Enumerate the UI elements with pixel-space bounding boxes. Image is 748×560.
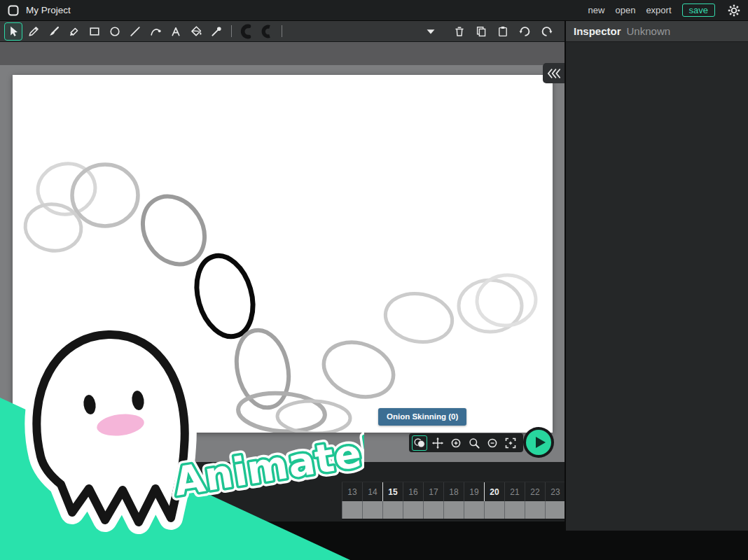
timeline-frame-22[interactable]: 22 bbox=[525, 482, 545, 501]
pan-icon bbox=[431, 437, 444, 449]
stroke-flat-cap-icon bbox=[258, 24, 275, 39]
rectangle-tool-button[interactable] bbox=[85, 22, 104, 41]
timeline-frame-19[interactable]: 19 bbox=[464, 482, 484, 501]
redo-icon bbox=[539, 24, 554, 38]
open-button[interactable]: open bbox=[615, 5, 635, 15]
project-title: My Project bbox=[26, 5, 71, 15]
canvas-drawing bbox=[13, 75, 553, 433]
drawn-ellipse bbox=[316, 333, 401, 406]
brush-tool-button[interactable] bbox=[45, 22, 63, 41]
app-logo-icon bbox=[7, 4, 20, 17]
copy-icon bbox=[474, 24, 488, 38]
onion-skinning-button[interactable] bbox=[412, 435, 427, 451]
ellipse-icon bbox=[108, 24, 122, 38]
chevrons-left-icon bbox=[546, 68, 562, 79]
select-tool-button[interactable] bbox=[4, 22, 22, 41]
text-tool-icon bbox=[169, 24, 183, 38]
app-window: My Project new open export save bbox=[0, 0, 748, 560]
timeline-frame-21[interactable]: 21 bbox=[504, 482, 525, 501]
timeline-frame-numbers: 1314151617181920212223 bbox=[342, 482, 565, 501]
brush-icon bbox=[47, 24, 61, 38]
text-tool-button[interactable] bbox=[167, 22, 185, 41]
timeline-cell-13[interactable] bbox=[342, 501, 362, 519]
export-button[interactable]: export bbox=[646, 5, 671, 15]
chevron-down-icon bbox=[424, 24, 438, 38]
timeline[interactable]: 1314151617181920212223 bbox=[0, 462, 565, 522]
timeline-cell-16[interactable] bbox=[403, 501, 423, 519]
undo-button[interactable] bbox=[516, 23, 533, 40]
ellipse-tool-button[interactable] bbox=[106, 22, 124, 41]
new-button[interactable]: new bbox=[588, 5, 605, 15]
inspector-panel: Inspector Unknown bbox=[566, 21, 748, 531]
timeline-frame-17[interactable]: 17 bbox=[423, 482, 443, 501]
zoom-in-button[interactable] bbox=[448, 435, 464, 451]
stroke-round-cap-icon bbox=[238, 24, 255, 39]
magnifier-icon bbox=[468, 437, 480, 449]
timeline-cell-15[interactable] bbox=[382, 501, 403, 519]
stroke-flat-cap-button[interactable] bbox=[258, 22, 276, 41]
topbar: My Project new open export save bbox=[0, 0, 748, 21]
marker-tool-button[interactable] bbox=[65, 22, 83, 41]
delete-button[interactable] bbox=[451, 23, 468, 40]
cursor-icon bbox=[6, 24, 20, 38]
timeline-frame-15[interactable]: 15 bbox=[382, 482, 403, 501]
paint-bucket-icon bbox=[189, 24, 203, 38]
magnifier-button[interactable] bbox=[466, 435, 482, 451]
curve-icon bbox=[148, 24, 162, 38]
play-icon bbox=[526, 430, 551, 455]
redo-button[interactable] bbox=[538, 23, 555, 40]
zoom-in-icon bbox=[450, 437, 462, 449]
timeline-cell-14[interactable] bbox=[362, 501, 382, 519]
trash-icon bbox=[452, 24, 466, 38]
timeline-frame-16[interactable]: 16 bbox=[403, 482, 423, 501]
inspector-selection: Unknown bbox=[627, 25, 671, 37]
dropdown-button[interactable] bbox=[422, 23, 439, 40]
canvas-workspace: Onion Skinning (0) bbox=[0, 42, 565, 462]
fit-screen-button[interactable] bbox=[503, 435, 518, 451]
pencil-tool-button[interactable] bbox=[25, 22, 43, 41]
onion-skinning-icon bbox=[413, 437, 426, 449]
onion-skinning-tooltip: Onion Skinning (0) bbox=[378, 408, 466, 426]
toolbar bbox=[0, 21, 565, 42]
eyedropper-icon bbox=[209, 24, 223, 38]
timeline-cell-20[interactable] bbox=[484, 501, 504, 519]
zoom-out-icon bbox=[486, 437, 499, 449]
timeline-frame-14[interactable]: 14 bbox=[362, 482, 382, 501]
rectangle-icon bbox=[88, 24, 102, 38]
stroke-round-cap-button[interactable] bbox=[237, 22, 256, 41]
drawn-ellipse bbox=[188, 249, 262, 343]
paste-icon bbox=[496, 24, 510, 38]
line-tool-button[interactable] bbox=[126, 22, 144, 41]
timeline-frame-20[interactable]: 20 bbox=[484, 482, 504, 501]
drawing-canvas[interactable] bbox=[13, 75, 553, 433]
inspector-title: Inspector bbox=[574, 25, 621, 37]
pencil-icon bbox=[27, 24, 41, 38]
timeline-frame-23[interactable]: 23 bbox=[545, 482, 565, 501]
timeline-frame-cells bbox=[342, 501, 565, 519]
timeline-cell-19[interactable] bbox=[464, 501, 484, 519]
timeline-cell-17[interactable] bbox=[423, 501, 443, 519]
pan-button[interactable] bbox=[430, 435, 445, 451]
timeline-cell-22[interactable] bbox=[525, 501, 545, 519]
settings-gear-icon[interactable] bbox=[727, 4, 741, 18]
view-controls bbox=[409, 433, 523, 452]
play-button[interactable] bbox=[523, 427, 554, 458]
fill-tool-button[interactable] bbox=[187, 22, 205, 41]
drawn-ellipse bbox=[230, 326, 296, 413]
marker-icon bbox=[67, 24, 81, 38]
undo-icon bbox=[518, 24, 532, 38]
timeline-cell-23[interactable] bbox=[545, 501, 565, 519]
drawn-ellipse bbox=[72, 164, 138, 226]
timeline-cell-21[interactable] bbox=[504, 501, 525, 519]
collapse-panel-button[interactable] bbox=[543, 63, 565, 83]
curve-tool-button[interactable] bbox=[146, 22, 165, 41]
paste-button[interactable] bbox=[494, 23, 511, 40]
fit-screen-icon bbox=[504, 437, 517, 449]
timeline-frame-13[interactable]: 13 bbox=[342, 482, 362, 501]
timeline-cell-18[interactable] bbox=[443, 501, 464, 519]
zoom-out-button[interactable] bbox=[485, 435, 500, 451]
timeline-frame-18[interactable]: 18 bbox=[443, 482, 464, 501]
eyedropper-tool-button[interactable] bbox=[207, 22, 226, 41]
copy-button[interactable] bbox=[473, 23, 490, 40]
save-button[interactable]: save bbox=[682, 4, 715, 17]
